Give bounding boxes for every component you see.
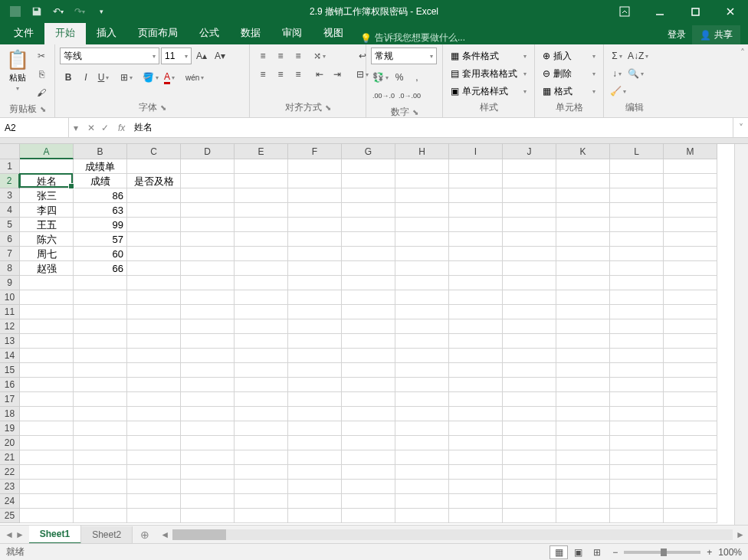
row-header-23[interactable]: 23 (0, 480, 20, 494)
zoom-in-button[interactable]: + (707, 547, 712, 558)
row-header-16[interactable]: 16 (0, 378, 20, 392)
name-box[interactable]: A2 (0, 118, 69, 137)
cell-F9[interactable] (288, 276, 342, 290)
cell-I10[interactable] (449, 290, 503, 305)
cell-B19[interactable] (74, 421, 127, 436)
fill-button[interactable]: ↓ (609, 65, 625, 82)
cell-F13[interactable] (288, 334, 342, 349)
align-bottom-button[interactable]: ≡ (290, 47, 307, 64)
cell-L18[interactable] (610, 407, 664, 421)
cell-K11[interactable] (556, 305, 610, 319)
cell-F19[interactable] (288, 421, 342, 436)
cell-J13[interactable] (503, 334, 556, 349)
cell-F8[interactable] (288, 261, 342, 276)
row-header-20[interactable]: 20 (0, 436, 20, 450)
cell-H17[interactable] (395, 392, 449, 407)
tab-data[interactable]: 数据 (230, 21, 271, 44)
cell-C8[interactable] (127, 261, 181, 276)
cell-K14[interactable] (556, 349, 610, 363)
cell-L7[interactable] (610, 247, 664, 261)
cell-L8[interactable] (610, 261, 664, 276)
insert-cells-button[interactable]: ⊕插入 (540, 47, 599, 64)
cell-K15[interactable] (556, 363, 610, 378)
cell-I17[interactable] (449, 392, 503, 407)
cell-D21[interactable] (181, 450, 235, 465)
cell-K25[interactable] (556, 509, 610, 523)
format-as-table-button[interactable]: ▤套用表格格式 (448, 65, 530, 82)
number-launcher[interactable]: ⬊ (412, 108, 418, 116)
minimize-button[interactable] (642, 0, 677, 23)
cell-M18[interactable] (664, 407, 717, 421)
cell-I7[interactable] (449, 247, 503, 261)
tell-me-search[interactable]: 💡 告诉我您想要做什么... (360, 31, 465, 44)
cell-A21[interactable] (20, 450, 74, 465)
page-layout-view-button[interactable]: ▣ (569, 545, 587, 559)
collapse-ribbon-button[interactable]: ˄ (737, 44, 748, 117)
row-header-8[interactable]: 8 (0, 261, 20, 276)
cell-B21[interactable] (74, 450, 127, 465)
cell-L15[interactable] (610, 363, 664, 378)
row-header-10[interactable]: 10 (0, 290, 20, 305)
col-header-C[interactable]: C (127, 144, 181, 159)
cell-H23[interactable] (395, 480, 449, 494)
cell-D13[interactable] (181, 334, 235, 349)
cell-K20[interactable] (556, 436, 610, 450)
cell-L17[interactable] (610, 392, 664, 407)
font-name-combo[interactable]: 等线▾ (60, 47, 159, 64)
cell-K21[interactable] (556, 450, 610, 465)
cell-F24[interactable] (288, 494, 342, 509)
cell-G25[interactable] (342, 509, 395, 523)
hscroll-right[interactable]: ► (736, 529, 745, 540)
cell-K3[interactable] (556, 188, 610, 203)
cell-H6[interactable] (395, 232, 449, 247)
row-header-21[interactable]: 21 (0, 450, 20, 465)
cell-H9[interactable] (395, 276, 449, 290)
cell-M24[interactable] (664, 494, 717, 509)
cell-B6[interactable]: 57 (74, 232, 127, 247)
cell-F14[interactable] (288, 349, 342, 363)
tab-file[interactable]: 文件 (3, 21, 44, 44)
cell-F5[interactable] (288, 218, 342, 232)
cell-G8[interactable] (342, 261, 395, 276)
sort-filter-button[interactable]: A↓Z (626, 47, 650, 64)
maximize-button[interactable] (677, 0, 713, 23)
cell-F12[interactable] (288, 319, 342, 334)
accounting-button[interactable]: 💱 (371, 69, 390, 86)
cell-I11[interactable] (449, 305, 503, 319)
cell-I22[interactable] (449, 465, 503, 480)
cell-H4[interactable] (395, 203, 449, 218)
cell-D6[interactable] (181, 232, 235, 247)
row-header-17[interactable]: 17 (0, 392, 20, 407)
zoom-level[interactable]: 100% (718, 547, 742, 558)
cell-A25[interactable] (20, 509, 74, 523)
row-header-1[interactable]: 1 (0, 159, 20, 174)
cell-C23[interactable] (127, 480, 181, 494)
cell-E17[interactable] (235, 392, 288, 407)
comma-button[interactable]: , (408, 69, 425, 86)
cell-B8[interactable]: 66 (74, 261, 127, 276)
cell-D3[interactable] (181, 188, 235, 203)
cell-A17[interactable] (20, 392, 74, 407)
cell-J1[interactable] (503, 159, 556, 174)
col-header-B[interactable]: B (74, 144, 127, 159)
cell-E10[interactable] (235, 290, 288, 305)
cell-I21[interactable] (449, 450, 503, 465)
cell-H12[interactable] (395, 319, 449, 334)
cell-C11[interactable] (127, 305, 181, 319)
cell-H2[interactable] (395, 174, 449, 188)
cell-D22[interactable] (181, 465, 235, 480)
cell-I1[interactable] (449, 159, 503, 174)
cell-C22[interactable] (127, 465, 181, 480)
row-header-7[interactable]: 7 (0, 247, 20, 261)
cell-B22[interactable] (74, 465, 127, 480)
cell-K8[interactable] (556, 261, 610, 276)
cell-E11[interactable] (235, 305, 288, 319)
cell-J4[interactable] (503, 203, 556, 218)
row-header-4[interactable]: 4 (0, 203, 20, 218)
cell-A10[interactable] (20, 290, 74, 305)
cell-B5[interactable]: 99 (74, 218, 127, 232)
cell-C7[interactable] (127, 247, 181, 261)
cell-L6[interactable] (610, 232, 664, 247)
cell-E13[interactable] (235, 334, 288, 349)
cell-A1[interactable] (20, 159, 74, 174)
